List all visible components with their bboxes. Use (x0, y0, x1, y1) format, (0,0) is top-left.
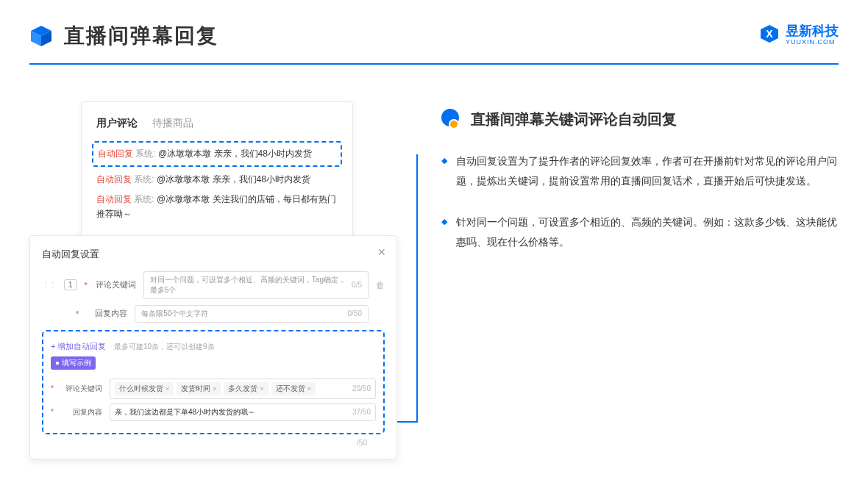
tag-remove-icon[interactable]: × (166, 385, 169, 392)
brand-icon: X (759, 24, 780, 44)
keyword-tag[interactable]: 什么时候发货× (115, 382, 174, 395)
page-header: 直播间弹幕回复 X 昱新科技 YUUXIN.COM (0, 0, 868, 50)
close-icon[interactable]: ✕ (377, 246, 386, 258)
svg-text:X: X (766, 28, 773, 40)
brand-name: 昱新科技 (786, 22, 839, 40)
keyword-row: ⋮⋮ 1 * 评论关键词 对同一个问题，可设置多个相近、高频的关键词，Tag确定… (42, 271, 385, 299)
keyword-label: 评论关键词 (95, 279, 136, 290)
connector-line (397, 154, 418, 423)
cube-icon (29, 24, 53, 48)
tab-user-comments[interactable]: 用户评论 (96, 117, 138, 130)
keyword-tag[interactable]: 多久发货× (224, 382, 268, 395)
example-section: + 增加自动回复 最多可建10条，还可以创建9条 ● 填写示例 * 评论关键词 … (42, 330, 385, 434)
keyword-tag[interactable]: 发货时间× (177, 382, 221, 395)
tag-remove-icon[interactable]: × (213, 385, 216, 392)
keyword-tag[interactable]: 还不发货× (271, 382, 316, 395)
brand-logo: X 昱新科技 YUUXIN.COM (759, 22, 839, 46)
bullet-2: 针对同一个问题，可设置多个相近的、高频的关键词。例如：这款多少钱、这块能优惠吗、… (441, 212, 839, 251)
screenshot-composite: 用户评论 待播商品 自动回复 系统: @冰墩墩本墩 亲亲，我们48小时内发货 自… (29, 101, 397, 459)
tag-remove-icon[interactable]: × (307, 385, 311, 392)
comment-row: 自动回复 系统: @冰墩墩本墩 亲亲，我们48小时内发货 (96, 173, 338, 187)
explanation-panel: 直播间弹幕关键词评论自动回复 自动回复设置为了提升作者的评论回复效率，作者可在开… (441, 101, 839, 459)
comment-row: 自动回复 系统: @冰墩墩本墩 关注我们的店铺，每日都有热门推荐呦～ (96, 193, 338, 220)
trash-icon[interactable]: 🗑 (376, 280, 385, 290)
auto-reply-settings-dialog: 自动回复设置 ✕ ⋮⋮ 1 * 评论关键词 对同一个问题，可设置多个相近、高频的… (29, 235, 397, 459)
example-keyword-row: * 评论关键词 什么时候发货×发货时间×多久发货×还不发货× 20/50 (51, 378, 376, 399)
tab-products[interactable]: 待播商品 (152, 117, 193, 130)
section-title: 直播间弹幕关键词评论自动回复 (471, 110, 677, 129)
drag-handle-icon[interactable]: ⋮⋮ (42, 281, 57, 289)
example-content-input[interactable]: 亲，我们这边都是下单48小时内发货的哦～ 37/50 (110, 403, 376, 421)
dialog-title: 自动回复设置 (42, 248, 385, 261)
example-keyword-input[interactable]: 什么时候发货×发货时间×多久发货×还不发货× 20/50 (110, 378, 376, 399)
add-hint: 最多可建10条，还可以创建9条 (114, 342, 215, 351)
keyword-input[interactable]: 对同一个问题，可设置多个相近、高频的关键词，Tag确定，最多5个 0/5 (143, 271, 369, 299)
comments-panel: 用户评论 待播商品 自动回复 系统: @冰墩墩本墩 亲亲，我们48小时内发货 自… (81, 101, 353, 243)
page-title: 直播间弹幕回复 (64, 22, 218, 50)
content-label: 回复内容 (86, 308, 127, 319)
outer-counter: /50 (42, 439, 385, 447)
add-auto-reply-link[interactable]: + 增加自动回复 (51, 342, 106, 351)
content-row: * 回复内容 每条限50个中文字符 0/50 (42, 305, 385, 323)
example-content-row: * 回复内容 亲，我们这边都是下单48小时内发货的哦～ 37/50 (51, 403, 376, 421)
comment-row-highlighted: 自动回复 系统: @冰墩墩本墩 亲亲，我们48小时内发货 (92, 141, 342, 167)
rule-index: 1 (64, 279, 77, 290)
example-badge: ● 填写示例 (51, 356, 96, 370)
bullet-1: 自动回复设置为了提升作者的评论回复效率，作者可在开播前针对常见的评论用户问题，提… (441, 151, 839, 190)
brand-sub: YUUXIN.COM (786, 38, 839, 46)
content-input[interactable]: 每条限50个中文字符 0/50 (135, 305, 369, 323)
tag-remove-icon[interactable]: × (260, 385, 263, 392)
bubble-icon (441, 109, 462, 129)
